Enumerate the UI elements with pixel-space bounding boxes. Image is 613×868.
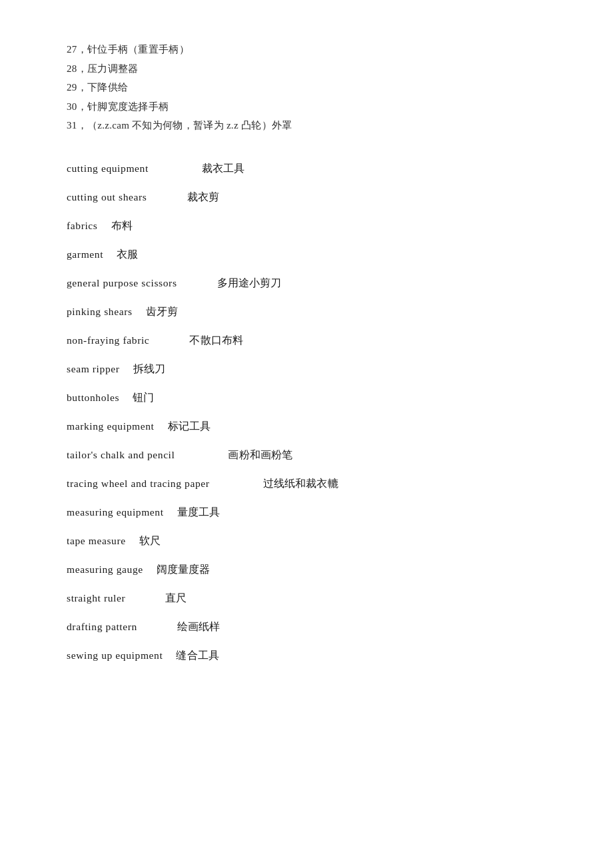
en-term: cutting out shears bbox=[67, 191, 147, 203]
zh-term: 缝合工具 bbox=[176, 650, 219, 661]
numbered-item-29: 29，下降供给 bbox=[67, 78, 546, 97]
glossary-item-marking-equipment: marking equipment标记工具 bbox=[67, 420, 546, 434]
zh-term: 拆线刀 bbox=[133, 363, 165, 374]
glossary-section: cutting equipment裁衣工具 cutting out shears… bbox=[67, 162, 546, 663]
glossary-item-measuring-gauge: measuring gauge阔度量度器 bbox=[67, 563, 546, 577]
zh-term: 量度工具 bbox=[177, 506, 221, 518]
glossary-item-cutting-out-shears: cutting out shears裁衣剪 bbox=[67, 191, 546, 205]
numbered-item-27: 27，针位手柄（重置手柄） bbox=[67, 40, 546, 59]
en-term: general purpose scissors bbox=[67, 277, 177, 288]
zh-term: 绘画纸样 bbox=[177, 621, 221, 632]
en-term: marking equipment bbox=[67, 420, 155, 432]
en-term: pinking shears bbox=[67, 306, 133, 317]
numbered-item-30: 30，针脚宽度选择手柄 bbox=[67, 97, 546, 117]
glossary-item-seam-ripper: seam ripper拆线刀 bbox=[67, 362, 546, 376]
en-term: measuring equipment bbox=[67, 506, 164, 518]
glossary-item-non-fraying-fabric: non-fraying fabric不散口布料 bbox=[67, 334, 546, 348]
glossary-item-garment: garment衣服 bbox=[67, 248, 546, 262]
glossary-item-cutting-equipment: cutting equipment裁衣工具 bbox=[67, 162, 546, 176]
zh-term: 衣服 bbox=[117, 248, 138, 260]
en-term: cutting equipment bbox=[67, 163, 149, 174]
zh-term: 齿牙剪 bbox=[146, 306, 178, 317]
zh-term: 画粉和画粉笔 bbox=[228, 449, 293, 460]
zh-term: 过线纸和裁衣轆 bbox=[263, 478, 338, 489]
en-term: measuring gauge bbox=[67, 564, 143, 575]
en-term: tracing wheel and tracing paper bbox=[67, 478, 210, 489]
en-term: seam ripper bbox=[67, 363, 120, 374]
numbered-item-28: 28，压力调整器 bbox=[67, 59, 546, 79]
zh-term: 多用途小剪刀 bbox=[217, 277, 282, 288]
zh-term: 布料 bbox=[111, 220, 133, 231]
glossary-item-tailors-chalk: tailor's chalk and pencil画粉和画粉笔 bbox=[67, 448, 546, 462]
glossary-item-buttonholes: buttonholes钮门 bbox=[67, 391, 546, 405]
zh-term: 直尺 bbox=[165, 592, 187, 604]
glossary-item-measuring-equipment: measuring equipment量度工具 bbox=[67, 506, 546, 520]
zh-term: 钮门 bbox=[133, 392, 154, 403]
glossary-item-drafting-pattern: drafting pattern绘画纸样 bbox=[67, 620, 546, 634]
en-term: garment bbox=[67, 248, 103, 260]
zh-term: 裁衣工具 bbox=[202, 163, 245, 174]
glossary-item-fabrics: fabrics布料 bbox=[67, 219, 546, 233]
numbered-list: 27，针位手柄（重置手柄） 28，压力调整器 29，下降供给 30，针脚宽度选择… bbox=[67, 40, 546, 135]
glossary-item-tracing-wheel: tracing wheel and tracing paper过线纸和裁衣轆 bbox=[67, 477, 546, 491]
en-term: tailor's chalk and pencil bbox=[67, 449, 175, 460]
glossary-item-tape-measure: tape measure软尺 bbox=[67, 534, 546, 548]
glossary-item-general-purpose-scissors: general purpose scissors多用途小剪刀 bbox=[67, 276, 546, 290]
glossary-item-sewing-up-equipment: sewing up equipment缝合工具 bbox=[67, 649, 546, 663]
en-term: buttonholes bbox=[67, 392, 119, 403]
en-term: non-fraying fabric bbox=[67, 334, 149, 346]
zh-term: 裁衣剪 bbox=[187, 191, 219, 203]
zh-term: 不散口布料 bbox=[189, 334, 243, 346]
numbered-item-31: 31，（z.z.cam 不知为何物，暂译为 z.z 凸轮）外罩 bbox=[67, 116, 546, 135]
zh-term: 标记工具 bbox=[168, 420, 211, 432]
en-term: fabrics bbox=[67, 220, 98, 231]
zh-term: 软尺 bbox=[139, 535, 161, 546]
en-term: drafting pattern bbox=[67, 621, 137, 632]
zh-term: 阔度量度器 bbox=[157, 564, 211, 575]
en-term: sewing up equipment bbox=[67, 650, 163, 661]
glossary-item-pinking-shears: pinking shears齿牙剪 bbox=[67, 305, 546, 319]
glossary-item-straight-ruler: straight ruler直尺 bbox=[67, 592, 546, 606]
en-term: straight ruler bbox=[67, 592, 125, 604]
en-term: tape measure bbox=[67, 535, 126, 546]
